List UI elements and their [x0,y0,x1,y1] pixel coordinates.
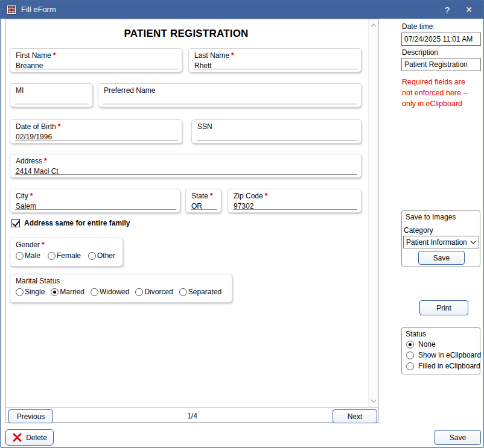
datetime-label: Date time [402,22,433,31]
first-name-field[interactable]: First Name* Breanne [10,48,182,72]
field-underline [15,104,89,104]
next-button[interactable]: Next [333,409,377,423]
required-star: * [210,192,213,200]
required-star: * [42,241,45,249]
address-field[interactable]: Address* 2414 Maci Ct [10,154,361,178]
radio-icon[interactable] [16,252,24,260]
required-star: * [30,192,33,200]
field-underline [191,209,217,210]
field-underline [15,174,357,175]
status-option-show-in-eclipboard[interactable]: Show in eClipboard [406,351,481,359]
marital-status-label: Marital Status [16,277,60,285]
save-to-images-title: Save to Images [406,213,456,221]
city-label: City [16,192,28,200]
required-star: * [58,122,61,131]
mi-field[interactable]: MI [10,83,93,107]
state-field[interactable]: State* OR [185,189,221,213]
marital-option-divorced[interactable]: Divorced [135,288,173,296]
print-button[interactable]: Print [419,300,468,315]
marital-option-single[interactable]: Single [16,288,45,296]
delete-label: Delete [26,434,47,442]
zip-field[interactable]: Zip Code* 97302 [228,189,361,213]
family-address-checkbox-row: Address same for entire family [11,219,130,227]
last-name-field[interactable]: Last Name* Rhett [188,48,361,72]
help-icon[interactable]: ? [439,1,456,19]
field-underline [233,209,357,210]
dob-label: Date of Birth [16,122,56,131]
radio-icon[interactable] [91,288,98,296]
scroll-up-icon[interactable] [369,21,378,30]
app-grid-icon [7,5,16,14]
category-label: Category [404,226,433,235]
field-underline [15,209,176,210]
field-underline [15,69,178,69]
chevron-down-icon [470,241,476,244]
radio-icon-selected[interactable] [51,288,59,296]
form-title: PATIENT REGISTRATION [6,28,366,40]
window-title: Fill eForm [21,1,56,19]
title-bar: Fill eForm ? ✕ [1,1,483,19]
marital-option-widowed[interactable]: Widowed [91,288,129,296]
description-input[interactable]: Patient Registration [401,58,481,71]
close-icon[interactable]: ✕ [460,1,477,19]
gender-label: Gender [16,241,40,249]
marital-status-group: Marital Status Single Married Widowed Di… [10,274,232,303]
status-group: Status None Show in eClipboard Filled in… [401,327,480,374]
gender-option-other[interactable]: Other [88,251,115,260]
marital-option-separated[interactable]: Separated [179,288,221,296]
required-fields-warning: Required fields are not enforced here --… [402,77,468,109]
field-underline [15,140,178,140]
ssn-label: SSN [197,122,212,131]
radio-icon[interactable] [406,352,414,359]
form-scrollbar[interactable] [368,19,378,407]
zip-label: Zip Code [234,192,263,200]
radio-icon-selected[interactable] [406,341,414,349]
dob-field[interactable]: Date of Birth* 02/19/1996 [10,119,182,144]
description-label: Description [402,48,438,57]
scroll-down-icon[interactable] [369,396,378,406]
radio-icon[interactable] [48,252,56,260]
save-to-images-group: Save to Images Category Patient Informat… [401,210,480,267]
form-scroll-area: PATIENT REGISTRATION First Name* Breanne… [6,19,378,408]
category-value: Patient Information [406,238,467,247]
delete-button[interactable]: Delete [5,429,54,446]
family-address-label: Address same for entire family [24,219,130,227]
category-dropdown[interactable]: Patient Information [403,236,479,248]
city-field[interactable]: City* Salem [10,189,180,213]
radio-icon[interactable] [16,288,24,296]
gender-group: Gender* Male Female Other [10,238,123,267]
status-title: Status [406,330,426,338]
gender-option-female[interactable]: Female [48,251,81,260]
save-button[interactable]: Save [435,430,481,445]
required-star: * [231,51,234,60]
marital-option-married[interactable]: Married [51,288,84,296]
field-underline [103,104,357,104]
fill-eform-window: Fill eForm ? ✕ PATIENT REGISTRATION Firs… [0,0,484,448]
red-x-icon [12,432,22,443]
gender-option-male[interactable]: Male [16,251,40,260]
radio-icon[interactable] [135,288,143,296]
preferred-name-label: Preferred Name [104,86,155,95]
state-label: State [191,192,208,200]
ssn-field[interactable]: SSN [191,119,361,144]
radio-icon[interactable] [406,362,414,370]
status-option-filled-in-eclipboard[interactable]: Filled in eClipboard [406,362,480,370]
status-option-none[interactable]: None [406,340,436,349]
save-to-images-button[interactable]: Save [418,251,465,265]
eform-panel: PATIENT REGISTRATION First Name* Breanne… [5,19,379,423]
datetime-input[interactable]: 07/24/2025 11:01 AM [401,33,481,46]
first-name-label: First Name [16,51,51,60]
family-address-checkbox[interactable] [11,219,20,227]
field-underline [194,69,357,69]
address-label: Address [16,157,42,165]
preferred-name-field[interactable]: Preferred Name [98,83,361,107]
required-star: * [44,157,47,165]
page-indicator: 1/4 [6,412,378,420]
required-star: * [265,192,268,200]
radio-icon[interactable] [179,288,187,296]
mi-label: MI [16,86,24,95]
field-underline [197,140,357,140]
last-name-label: Last Name [194,51,229,60]
required-star: * [53,51,56,60]
radio-icon[interactable] [88,252,96,260]
